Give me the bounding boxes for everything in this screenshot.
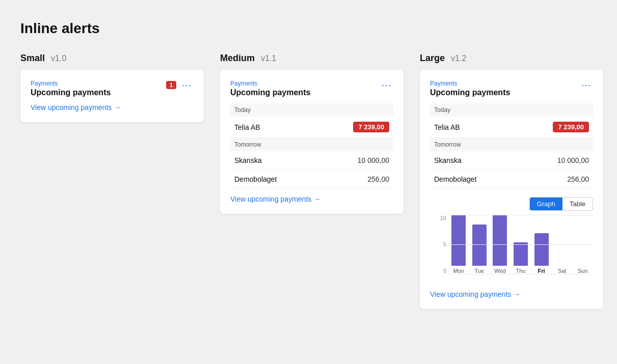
bar xyxy=(534,233,549,266)
table-row: Skanska10 000,00 xyxy=(430,151,593,170)
y-axis: 10 5 0 xyxy=(430,215,446,274)
large-card-info: Payments Upcoming payments xyxy=(430,80,510,97)
small-card-actions: 1 ⋯ xyxy=(166,80,194,90)
small-section-header: Small v1.0 xyxy=(20,53,204,64)
bar-column: Tue xyxy=(469,215,490,274)
small-card-label: Payments xyxy=(31,80,111,87)
payment-group-header: Today xyxy=(230,103,393,117)
bar-column: Sun xyxy=(572,215,593,274)
medium-payments-table: TodayTelia AB7 239,00TomorrowSkanska10 0… xyxy=(230,103,393,189)
bar-day-label: Fri xyxy=(538,268,545,274)
payment-name: Demobolaget xyxy=(430,170,517,189)
payment-name: Telia AB xyxy=(230,117,317,138)
payment-name: Skanska xyxy=(430,151,517,170)
bar xyxy=(472,225,487,266)
chart-area: 10 5 0 MonTueWedThuFriSatSun xyxy=(430,215,593,286)
medium-card-top: Payments Upcoming payments ⋯ xyxy=(230,80,393,97)
payment-amount: 256,00 xyxy=(317,170,393,189)
small-card-top: Payments Upcoming payments 1 ⋯ xyxy=(31,80,194,97)
grid-line-bottom xyxy=(448,274,593,274)
payment-name: Telia AB xyxy=(430,117,517,138)
medium-dots-button[interactable]: ⋯ xyxy=(380,80,393,90)
bar-day-label: Tue xyxy=(475,268,485,274)
bar-day-label: Sun xyxy=(578,268,588,274)
small-heading: Small xyxy=(20,53,45,64)
table-row: Telia AB7 239,00 xyxy=(230,117,393,138)
y-label-0: 0 xyxy=(443,268,446,274)
large-heading: Large xyxy=(420,53,445,64)
bars-row: MonTueWedThuFriSatSun xyxy=(448,215,593,274)
bar-day-label: Mon xyxy=(453,268,464,274)
y-label-5: 5 xyxy=(443,241,446,247)
medium-card-title: Upcoming payments xyxy=(230,88,310,97)
graph-controls-row: Graph Table xyxy=(430,197,593,211)
payment-amount: 7 239,00 xyxy=(517,117,593,138)
payment-group-header: Today xyxy=(430,103,593,117)
bar-column: Sat xyxy=(552,215,573,274)
small-section: Small v1.0 Payments Upcoming payments 1 … xyxy=(20,53,204,122)
payment-group-header: Tomorrow xyxy=(430,138,593,152)
small-badge: 1 xyxy=(166,81,176,89)
large-version: v1.2 xyxy=(451,54,466,63)
bar-column: Thu xyxy=(511,215,531,274)
payment-amount: 10 000,00 xyxy=(517,151,593,170)
medium-section: Medium v1.1 Payments Upcoming payments ⋯… xyxy=(220,53,404,214)
bar-column: Fri xyxy=(531,215,552,274)
medium-section-header: Medium v1.1 xyxy=(220,53,404,64)
payment-group-header: Tomorrow xyxy=(230,138,393,152)
bar-day-label: Thu xyxy=(516,268,526,274)
bar-column: Mon xyxy=(448,215,469,274)
bar xyxy=(493,215,507,266)
small-dots-button[interactable]: ⋯ xyxy=(180,80,194,90)
bar-chart: 10 5 0 MonTueWedThuFriSatSun xyxy=(430,215,593,286)
medium-card-info: Payments Upcoming payments xyxy=(230,80,310,97)
payment-name: Demobolaget xyxy=(230,170,317,189)
bar xyxy=(451,215,466,266)
bar-day-label: Wed xyxy=(494,268,505,274)
large-card-label: Payments xyxy=(430,80,510,87)
page-title: Inline alerts xyxy=(20,20,597,37)
graph-toggle: Graph Table xyxy=(529,197,593,211)
large-section-header: Large v1.2 xyxy=(420,53,603,64)
large-view-link[interactable]: View upcoming payments → xyxy=(430,290,520,298)
medium-heading: Medium xyxy=(220,53,255,64)
large-dots-button[interactable]: ⋯ xyxy=(580,80,593,90)
bar xyxy=(514,242,528,266)
table-row: Telia AB7 239,00 xyxy=(430,117,593,138)
small-card: Payments Upcoming payments 1 ⋯ View upco… xyxy=(20,70,204,122)
small-card-title: Upcoming payments xyxy=(31,88,111,97)
medium-view-link[interactable]: View upcoming payments → xyxy=(230,195,320,203)
table-row: Skanska10 000,00 xyxy=(230,151,393,170)
large-payments-table: TodayTelia AB7 239,00TomorrowSkanska10 0… xyxy=(430,103,593,189)
medium-card: Payments Upcoming payments ⋯ TodayTelia … xyxy=(220,70,404,214)
graph-toggle-table-btn[interactable]: Table xyxy=(562,198,593,210)
payment-amount: 10 000,00 xyxy=(317,151,393,170)
bar-day-label: Sat xyxy=(558,268,567,274)
payment-name: Skanska xyxy=(230,151,317,170)
small-card-info: Payments Upcoming payments xyxy=(31,80,111,97)
large-card-title: Upcoming payments xyxy=(430,88,510,97)
payment-amount: 7 239,00 xyxy=(317,117,393,138)
large-card-top: Payments Upcoming payments ⋯ xyxy=(430,80,593,97)
small-view-link[interactable]: View upcoming payments → xyxy=(31,103,121,111)
sections-row: Small v1.0 Payments Upcoming payments 1 … xyxy=(20,53,597,309)
medium-card-label: Payments xyxy=(230,80,310,87)
graph-toggle-graph-btn[interactable]: Graph xyxy=(530,198,562,210)
table-row: Demobolaget256,00 xyxy=(230,170,393,189)
small-version: v1.0 xyxy=(51,54,66,63)
payment-amount: 256,00 xyxy=(517,170,593,189)
table-row: Demobolaget256,00 xyxy=(430,170,593,189)
medium-version: v1.1 xyxy=(261,54,276,63)
bar-column: Wed xyxy=(490,215,511,274)
large-section: Large v1.2 Payments Upcoming payments ⋯ … xyxy=(420,53,603,309)
y-label-10: 10 xyxy=(440,215,446,221)
large-card: Payments Upcoming payments ⋯ TodayTelia … xyxy=(420,70,603,309)
